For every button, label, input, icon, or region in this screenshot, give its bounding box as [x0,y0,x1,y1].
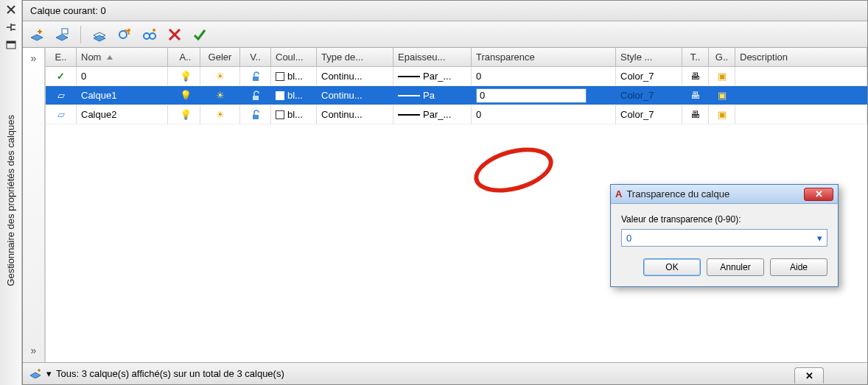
desc-cell[interactable] [735,105,867,124]
freeze-cell[interactable]: ☀ [200,67,240,85]
plotstyle-cell[interactable]: Color_7 [616,105,682,124]
lock-cell[interactable] [240,105,271,124]
layer-states-button[interactable] [90,25,109,44]
lineweight-icon [398,76,420,77]
close-icon: ✕ [805,370,813,381]
linetype-cell[interactable]: Continu... [317,86,393,105]
sun-square-icon: ▣ [718,71,727,82]
close-tab[interactable]: ✕ [794,367,824,384]
col-lineweight[interactable]: Epaisseu... [393,48,472,66]
desc-cell[interactable] [735,67,867,85]
lineweight-cell[interactable]: Par_... [393,67,472,85]
col-lock[interactable]: V.. [240,48,271,66]
set-current-button[interactable] [190,25,209,44]
col-on[interactable]: A.. [171,48,200,66]
grid-header: E.. Nom A.. Geler V.. Coul... Type de...… [46,48,867,67]
lineweight-label: Par_... [423,71,451,82]
status-bar: ▾ Tous: 3 calque(s) affiché(s) sur un to… [23,362,867,384]
name-cell[interactable]: Calque2 [77,105,168,124]
linetype-cell[interactable]: Continu... [317,67,393,85]
col-name[interactable]: Nom [77,48,168,66]
app-icon: A [615,188,622,199]
color-cell[interactable]: bl... [271,86,317,105]
plotstyle-cell[interactable]: Color_7 [616,86,682,105]
newvp-cell[interactable]: ▣ [709,67,735,85]
table-row[interactable]: ▱ Calque1 💡 ☀ bl... Continu... Pa 0 Colo… [46,86,867,105]
col-plotstyle[interactable]: Style ... [616,48,682,66]
unlock-icon [250,71,262,82]
sun-icon: ☀ [216,109,225,120]
col-description[interactable]: Description [735,48,867,66]
printer-icon: 🖶 [690,71,700,82]
col-freeze[interactable]: Geler [200,48,240,66]
transparency-cell[interactable]: 0 [472,105,616,124]
delete-layer-button[interactable] [165,25,184,44]
plot-cell[interactable]: 🖶 [682,105,709,124]
status-cell: ▱ [46,105,77,124]
unlock-icon [250,109,262,121]
transparency-cell[interactable]: 0 [472,67,616,85]
on-cell[interactable]: 💡 [171,86,200,105]
bulb-icon: 💡 [180,109,192,120]
desc-cell[interactable] [735,86,867,105]
combo-value: 0 [626,233,631,244]
status-cell: ✓ [46,67,77,85]
transparency-cell[interactable]: 0 [472,86,616,105]
col-color[interactable]: Coul... [271,48,317,66]
plotstyle-cell[interactable]: Color_7 [616,67,682,85]
svg-rect-8 [253,77,259,81]
on-cell[interactable]: 💡 [171,67,200,85]
name-cell[interactable]: Calque1 [77,86,168,105]
lock-cell[interactable] [240,67,271,85]
col-plot[interactable]: T.. [682,48,709,66]
color-cell[interactable]: bl... [271,67,317,85]
newvp-cell[interactable]: ▣ [709,105,735,124]
freeze-cell[interactable]: ☀ [200,86,240,105]
freeze-cell[interactable]: ☀ [200,105,240,124]
lineweight-label: Par_... [423,109,451,120]
table-row[interactable]: ✓ 0 💡 ☀ bl... Continu... Par_... 0 Color… [46,67,867,86]
lineweight-label: Pa [423,90,435,101]
filter-group-button[interactable] [140,25,159,44]
color-label: bl... [287,71,303,82]
col-transparency[interactable]: Transparence [472,48,616,66]
close-icon: ✕ [815,188,823,199]
dropdown-icon[interactable]: ▾ [46,368,52,379]
linetype-cell[interactable]: Continu... [317,105,393,124]
collapse-bottom-button[interactable]: » [31,345,37,356]
plot-cell[interactable]: 🖶 [682,86,709,105]
new-layer-button[interactable] [27,25,46,44]
newvp-cell[interactable]: ▣ [709,86,735,105]
color-cell[interactable]: bl... [271,105,317,124]
table-row[interactable]: ▱ Calque2 💡 ☀ bl... Continu... Par_... 0… [46,105,867,124]
collapse-top-button[interactable]: » [31,52,37,64]
lock-cell[interactable] [240,86,271,105]
col-newvp[interactable]: G.. [709,48,735,66]
on-cell[interactable]: 💡 [171,105,200,124]
dialog-close-button[interactable]: ✕ [804,188,833,201]
cancel-button[interactable]: Annuler [707,258,764,276]
plot-cell[interactable]: 🖶 [682,67,709,85]
dialog-titlebar[interactable]: A Transparence du calque ✕ [611,185,838,204]
help-button[interactable]: Aide [770,258,827,276]
pin-icon[interactable] [4,21,18,34]
lineweight-cell[interactable]: Pa [393,86,472,105]
svg-rect-9 [253,96,259,100]
transparency-combo[interactable]: 0 ▾ [621,229,827,247]
col-status[interactable]: E.. [46,48,77,66]
filter-new-button[interactable] [115,25,134,44]
col-linetype[interactable]: Type de... [317,48,393,66]
transparency-input[interactable]: 0 [476,88,587,103]
bulb-icon: 💡 [180,90,192,101]
new-layer-vp-button[interactable] [52,25,71,44]
panel-icon[interactable] [4,38,18,52]
lineweight-cell[interactable]: Par_... [393,105,472,124]
unlock-icon [250,90,262,102]
svg-rect-2 [62,29,68,34]
ok-button[interactable]: OK [643,258,701,276]
name-cell[interactable]: 0 [77,67,168,85]
filter-toggle-icon[interactable] [29,367,42,381]
close-icon[interactable] [4,3,18,16]
transparency-dialog: A Transparence du calque ✕ Valeur de tra… [610,184,839,287]
color-label: bl... [287,109,303,120]
